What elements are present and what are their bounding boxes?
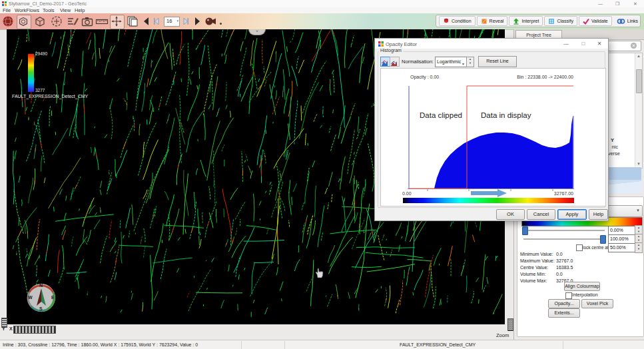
- chevron-down-icon: ▼: [636, 208, 640, 212]
- cancel-button[interactable]: Cancel: [527, 209, 555, 220]
- play-icon[interactable]: [192, 15, 202, 28]
- opacity-editor-dialog: Opacity Editor — □ ✕ Histogram Normalisa…: [374, 38, 609, 221]
- volume-min-value: 0.0: [556, 272, 563, 276]
- normalisation-spinner[interactable]: ▲▼: [466, 57, 474, 67]
- geoteric-logo-icon[interactable]: [1, 15, 15, 28]
- centre-value: 16383.5: [556, 265, 573, 270]
- axis-y-label: Y: [2, 326, 5, 331]
- menu-tools[interactable]: Tools: [43, 7, 55, 13]
- voxel-pick-button[interactable]: Voxel Pick: [581, 299, 613, 308]
- frame-number-dropdown-icon[interactable]: ▾: [176, 19, 178, 23]
- menu-help[interactable]: Help: [75, 7, 85, 13]
- normalisation-label: Normalisation:: [402, 59, 434, 65]
- legend-max-value: 29490: [35, 51, 47, 56]
- menu-bar: File WorkFlows Tools View Help: [0, 7, 644, 13]
- histogram-mode-red-button[interactable]: [390, 57, 400, 67]
- legend-volume-name: FAULT_EXPRESSION_Detect_CMY: [12, 94, 88, 99]
- status-coordinates: Inline : 303, Crossline : 12796, Time : …: [3, 342, 198, 347]
- opacity-max-slider-thumb[interactable]: [600, 235, 606, 244]
- lock-centre-spinner[interactable]: ▲▼: [635, 242, 643, 253]
- opacity-button[interactable]: Opacity...: [548, 299, 580, 308]
- min-value-label: Minimum Value:: [520, 252, 553, 256]
- minimize-button[interactable]: —: [598, 1, 603, 6]
- workflow-classify[interactable]: Classify: [544, 16, 577, 26]
- workflow-interpret[interactable]: Interpret: [509, 16, 543, 26]
- application-window: Stybarrow_CI_Demo-2017 - GeoTeric — ❐ ✕ …: [0, 0, 644, 349]
- reset-line-button[interactable]: Reset Line: [478, 56, 517, 67]
- record-video-icon[interactable]: [204, 15, 217, 28]
- vertical-pan-handle-right[interactable]: [507, 318, 513, 331]
- workflow-links[interactable]: Links: [613, 17, 641, 25]
- measure-ruler-icon[interactable]: [95, 15, 109, 28]
- axis-x-label: X: [9, 326, 13, 331]
- toolbar-dot: [220, 23, 222, 25]
- condition-icon: [443, 18, 450, 25]
- status-bar: Inline : 303, Crossline : 12796, Time : …: [0, 340, 644, 349]
- scroll-down-icon[interactable]: ▼: [635, 162, 642, 166]
- workflow-reveal[interactable]: Reveal: [477, 16, 508, 26]
- pan-pointer-icon[interactable]: [110, 15, 125, 29]
- ok-button[interactable]: OK: [496, 209, 525, 220]
- workflow-bar: Condition Reveal Interpret Classify Vali…: [436, 15, 641, 27]
- horizontal-pan-slider[interactable]: [13, 326, 56, 334]
- opacity-min-slider[interactable]: [523, 230, 605, 232]
- zoom-label: Zoom: [496, 332, 509, 338]
- lock-centre-checkbox[interactable]: [576, 244, 583, 251]
- tree-item-fragment[interactable]: Y: [611, 137, 614, 143]
- copy-stack-icon[interactable]: [126, 15, 139, 28]
- prev-frame-icon[interactable]: [152, 15, 161, 28]
- apply-button[interactable]: Apply: [557, 209, 587, 220]
- opacity-max-value[interactable]: 100.00%: [608, 234, 636, 244]
- close-button[interactable]: ✕: [633, 1, 637, 7]
- histogram-plot-area[interactable]: Opacity : 0.00 Bin : 22338.00 -> 22400.0…: [380, 68, 606, 206]
- dialog-minimize-button[interactable]: —: [561, 41, 571, 47]
- cube-axes-icon[interactable]: [33, 15, 47, 28]
- tree-item-fragment[interactable]: nic: [611, 144, 618, 150]
- normalisation-combobox[interactable]: Logarithmic ▼: [435, 57, 467, 67]
- app-icon: [2, 1, 7, 6]
- snapshot-camera-icon[interactable]: [81, 15, 94, 28]
- tree-scrollbar-thumb[interactable]: [636, 69, 642, 93]
- workflow-edit-icon[interactable]: [66, 15, 79, 28]
- window-title: Stybarrow_CI_Demo-2017 - GeoTeric: [9, 1, 87, 6]
- tree-scrollbar[interactable]: ▲ ▼: [635, 53, 642, 167]
- workflow-validate[interactable]: Validate: [579, 16, 612, 26]
- histogram-mode-blue-button[interactable]: [380, 57, 390, 67]
- align-colourmap-button[interactable]: Align Colourmap: [564, 282, 600, 291]
- opacity-min-value[interactable]: 0.00%: [608, 226, 636, 235]
- interpret-icon: [513, 18, 519, 25]
- opacity-min-slider-thumb[interactable]: [522, 226, 528, 235]
- min-value: 0.0: [556, 252, 563, 256]
- menu-workflows[interactable]: WorkFlows: [15, 7, 39, 13]
- lock-centre-value[interactable]: 50.00%: [608, 243, 636, 252]
- dialog-close-button[interactable]: ✕: [595, 41, 604, 47]
- histogram-red-icon: [390, 59, 398, 67]
- menu-file[interactable]: File: [3, 7, 11, 13]
- tree-item-fragment[interactable]: verse: [608, 151, 620, 157]
- 3d-scene-icon[interactable]: [17, 15, 31, 29]
- max-value-label: Maximum Value:: [520, 258, 555, 263]
- compass-south-label: S: [39, 306, 43, 311]
- menu-view[interactable]: View: [60, 7, 71, 13]
- status-separator: [241, 341, 242, 349]
- compass: N S W E: [26, 282, 57, 313]
- extents-button[interactable]: Extents...: [548, 308, 580, 318]
- first-frame-icon[interactable]: [141, 15, 151, 28]
- scroll-up-icon[interactable]: ▲: [635, 54, 642, 58]
- status-separator: [284, 341, 285, 349]
- workflow-condition[interactable]: Condition: [439, 16, 476, 26]
- help-button[interactable]: Help: [589, 209, 608, 220]
- compass-west-label: W: [28, 295, 33, 300]
- dialog-title-bar[interactable]: Opacity Editor — □ ✕: [375, 39, 608, 49]
- dialog-maximize-button[interactable]: □: [579, 41, 588, 47]
- search-clear-icon[interactable]: ✕: [631, 43, 637, 49]
- rotate-view-icon[interactable]: [50, 15, 63, 28]
- maximize-button[interactable]: ❐: [615, 1, 619, 7]
- interpolation-label: Interpolation: [572, 292, 598, 297]
- interpolation-checkbox[interactable]: [565, 292, 572, 299]
- histogram-colorbar: [403, 198, 574, 203]
- opacity-max-slider[interactable]: [523, 238, 605, 240]
- frame-number-spinbox[interactable]: 16 ▾: [164, 17, 180, 27]
- colorbar-legend: [28, 54, 34, 92]
- next-frame-icon[interactable]: [181, 15, 190, 28]
